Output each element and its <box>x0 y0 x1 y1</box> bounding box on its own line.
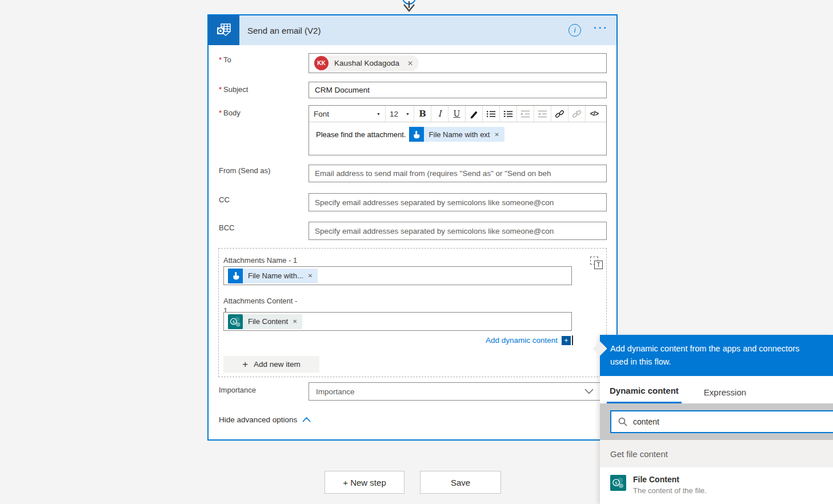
bcc-input[interactable] <box>309 222 607 240</box>
add-dynamic-content-plus-icon[interactable]: + <box>562 336 571 345</box>
dynamic-content-panel: Add dynamic content from the apps and co… <box>600 335 833 504</box>
token-label: File Name with... <box>248 271 303 280</box>
recipient-name: Kaushal Kodagoda <box>334 59 399 67</box>
outlook-connector-icon <box>209 15 239 45</box>
highlight-pen-button[interactable] <box>466 106 483 122</box>
flow-designer-canvas: Send an email (V2) i ··· *To KK Kaushal … <box>0 0 833 504</box>
importance-dropdown[interactable]: Importance <box>309 382 601 401</box>
manual-trigger-touch-icon <box>409 127 424 142</box>
numbered-list-icon <box>503 109 513 119</box>
search-band <box>600 403 833 440</box>
plus-icon: + <box>242 359 248 370</box>
body-content[interactable]: Please find the attachment. File Name wi… <box>309 122 606 142</box>
section-get-file-content: Get file content <box>600 440 833 467</box>
chevron-down-icon: ▼ <box>377 112 381 116</box>
dynamic-content-item-file-content[interactable]: s File Content The content of the file. <box>600 467 833 495</box>
token-remove-icon[interactable]: ✕ <box>308 273 313 279</box>
unlink-icon <box>572 109 582 119</box>
new-step-button[interactable]: + New step <box>325 471 405 494</box>
from-label: From (Send as) <box>219 166 270 175</box>
dynamic-token-file-content[interactable]: s File Content✕ <box>228 314 302 329</box>
to-input[interactable]: KK Kaushal Kodagoda ✕ <box>309 53 607 73</box>
hide-advanced-options-link[interactable]: Hide advanced options <box>219 415 311 424</box>
font-family-dropdown[interactable]: Font▼ <box>309 106 386 122</box>
item-title: File Content <box>633 475 707 484</box>
token-remove-icon[interactable]: ✕ <box>293 318 297 325</box>
info-icon[interactable]: i <box>568 24 581 37</box>
arrow-down-connector-icon <box>401 0 418 14</box>
send-email-action-card: Send an email (V2) i ··· *To KK Kaushal … <box>207 14 618 441</box>
action-card-header[interactable]: Send an email (V2) i ··· <box>209 15 616 45</box>
recipient-pill[interactable]: KK Kaushal Kodagoda ✕ <box>314 55 419 71</box>
font-size-dropdown[interactable]: 12▼ <box>386 106 414 122</box>
bullet-list-button[interactable] <box>483 106 500 122</box>
link-icon <box>555 109 564 119</box>
svg-text:s: s <box>233 318 235 324</box>
add-new-item-button[interactable]: + Add new item <box>223 356 319 373</box>
underline-button[interactable]: U <box>448 106 466 122</box>
chevron-up-icon <box>302 417 311 422</box>
search-icon <box>618 417 627 426</box>
bullet-list-icon <box>486 109 496 119</box>
recipient-avatar: KK <box>314 56 329 70</box>
bold-button[interactable]: B <box>414 106 431 122</box>
ellipsis-menu-icon[interactable]: ··· <box>594 22 608 34</box>
from-input[interactable] <box>309 165 607 182</box>
tab-expression[interactable]: Expression <box>701 387 749 403</box>
panel-message: Add dynamic content from the apps and co… <box>600 335 833 376</box>
cc-input[interactable] <box>309 193 607 211</box>
outdent-button[interactable] <box>534 106 551 122</box>
tab-dynamic-content[interactable]: Dynamic content <box>607 386 682 403</box>
numbered-list-button[interactable] <box>500 106 517 122</box>
subject-input[interactable] <box>309 82 607 98</box>
body-rich-text-editor[interactable]: Font▼ 12▼ B I U <box>309 105 607 155</box>
rich-text-toolbar: Font▼ 12▼ B I U <box>309 106 606 122</box>
save-button[interactable]: Save <box>420 471 501 494</box>
bcc-label: BCC <box>219 223 234 232</box>
attachments-group: Attachments Name - 1 File Name with...✕ … <box>218 248 607 377</box>
code-view-button[interactable]: </> <box>586 106 603 122</box>
item-description: The content of the file. <box>633 486 707 495</box>
panel-tabs: Dynamic content Expression <box>600 376 833 403</box>
body-label: *Body <box>219 109 241 117</box>
chevron-down-icon: ▼ <box>406 112 410 116</box>
outdent-icon <box>538 109 547 119</box>
token-remove-icon[interactable]: ✕ <box>494 131 499 138</box>
switch-to-input-entire-array-icon[interactable]: T <box>590 257 603 269</box>
pen-icon <box>469 109 479 119</box>
importance-label: Importance <box>219 386 256 394</box>
token-label: File Name with ext <box>429 130 490 139</box>
attachments-content-input[interactable]: s File Content✕ <box>223 312 572 331</box>
subject-label: *Subject <box>219 85 248 94</box>
attachments-name-input[interactable]: File Name with...✕ <box>223 266 572 285</box>
link-button[interactable] <box>551 106 568 122</box>
text-cursor <box>572 335 573 345</box>
dynamic-content-search[interactable] <box>610 410 833 433</box>
remove-recipient-icon[interactable]: ✕ <box>407 59 413 67</box>
svg-text:s: s <box>615 480 618 486</box>
cc-label: CC <box>219 195 230 204</box>
unlink-button[interactable] <box>568 106 586 122</box>
indent-button[interactable] <box>517 106 534 122</box>
to-label: *To <box>219 55 231 64</box>
token-label: File Content <box>248 317 288 326</box>
sharepoint-icon: s <box>610 475 626 491</box>
add-dynamic-content-link[interactable]: Add dynamic content <box>486 336 558 345</box>
chevron-down-icon <box>584 389 594 394</box>
dynamic-token-file-name[interactable]: File Name with...✕ <box>228 269 318 283</box>
italic-button[interactable]: I <box>431 106 448 122</box>
action-title: Send an email (V2) <box>247 26 321 35</box>
search-input[interactable] <box>633 417 804 426</box>
dynamic-token-file-name[interactable]: File Name with ext✕ <box>409 127 504 142</box>
sharepoint-icon: s <box>228 314 243 329</box>
attachments-name-label: Attachments Name - 1 <box>223 255 297 265</box>
indent-icon <box>520 109 530 119</box>
body-text: Please find the attachment. <box>316 130 406 139</box>
manual-trigger-touch-icon <box>228 269 243 283</box>
